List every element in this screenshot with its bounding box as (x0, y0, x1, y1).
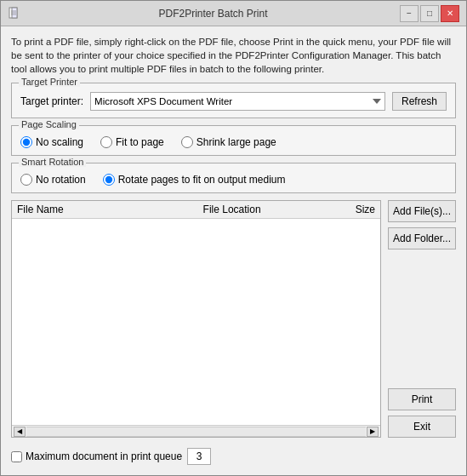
fit-to-page-option[interactable]: Fit to page (100, 136, 164, 148)
exit-button[interactable]: Exit (388, 416, 456, 438)
target-printer-field-label: Target printer: (20, 95, 83, 107)
window-title: PDF2Printer Batch Print (26, 8, 400, 20)
smart-rotation-label: Smart Rotation (19, 157, 86, 167)
file-table-body[interactable] (12, 219, 380, 425)
content-area: To print a PDF file, simply right-click … (1, 26, 466, 475)
file-table-header: File Name File Location Size (12, 201, 380, 219)
no-scaling-radio[interactable] (20, 136, 32, 148)
target-printer-row: Target printer: Microsoft XPS Document W… (20, 92, 447, 111)
no-scaling-radio-label: No scaling (36, 136, 83, 148)
title-bar: PDF2Printer Batch Print − □ ✕ (1, 1, 466, 26)
max-queue-checkbox-item[interactable]: Maximum document in print queue (11, 450, 182, 462)
description-text: To print a PDF file, simply right-click … (11, 35, 456, 76)
maximize-button[interactable]: □ (420, 5, 439, 22)
page-scaling-label: Page Scaling (19, 119, 79, 129)
scroll-track[interactable] (26, 427, 366, 437)
no-rotation-radio[interactable] (20, 174, 32, 186)
app-icon (8, 7, 21, 20)
col-size-header: Size (304, 204, 375, 215)
rotate-pages-option[interactable]: Rotate pages to fit on output medium (103, 174, 286, 186)
scroll-left-arrow[interactable]: ◀ (14, 427, 26, 437)
main-content-row: File Name File Location Size ◀ ▶ Add Fil… (11, 200, 456, 438)
no-scaling-option[interactable]: No scaling (20, 136, 83, 148)
side-buttons: Add File(s)... Add Folder... Print Exit (388, 200, 456, 438)
add-folder-button[interactable]: Add Folder... (388, 227, 456, 249)
fit-to-page-radio[interactable] (100, 136, 112, 148)
smart-rotation-group: Smart Rotation No rotation Rotate pages … (11, 163, 456, 193)
page-scaling-radio-group: No scaling Fit to page Shrink large page (20, 136, 447, 148)
add-files-button[interactable]: Add File(s)... (388, 200, 456, 222)
page-scaling-group: Page Scaling No scaling Fit to page Shri… (11, 125, 456, 156)
fit-to-page-radio-label: Fit to page (116, 136, 164, 148)
target-printer-group: Target Printer Target printer: Microsoft… (11, 83, 456, 118)
print-button[interactable]: Print (388, 388, 456, 410)
no-rotation-radio-label: No rotation (36, 174, 86, 186)
queue-value-input[interactable]: 3 (187, 448, 211, 465)
file-table-container: File Name File Location Size ◀ ▶ (11, 200, 381, 438)
horizontal-scrollbar[interactable]: ◀ ▶ (12, 425, 380, 437)
main-window: PDF2Printer Batch Print − □ ✕ To print a… (0, 0, 467, 476)
rotate-pages-radio[interactable] (103, 174, 115, 186)
col-filename-header: File Name (17, 204, 160, 215)
rotate-pages-radio-label: Rotate pages to fit on output medium (118, 174, 286, 186)
refresh-button[interactable]: Refresh (392, 92, 447, 111)
no-rotation-option[interactable]: No rotation (20, 174, 86, 186)
max-queue-checkbox-label: Maximum document in print queue (26, 450, 182, 462)
window-controls: − □ ✕ (400, 5, 459, 22)
col-location-header: File Location (160, 204, 303, 215)
max-queue-checkbox[interactable] (11, 451, 22, 462)
smart-rotation-radio-group: No rotation Rotate pages to fit on outpu… (20, 174, 447, 186)
target-printer-label: Target Printer (19, 77, 80, 87)
printer-select[interactable]: Microsoft XPS Document Writer Adobe PDF … (90, 92, 385, 111)
shrink-large-radio-label: Shrink large page (196, 136, 276, 148)
bottom-row: Maximum document in print queue 3 (11, 444, 456, 467)
scroll-right-arrow[interactable]: ▶ (367, 427, 379, 437)
close-button[interactable]: ✕ (441, 5, 459, 22)
shrink-large-option[interactable]: Shrink large page (181, 136, 276, 148)
minimize-button[interactable]: − (400, 5, 419, 22)
shrink-large-radio[interactable] (181, 136, 193, 148)
